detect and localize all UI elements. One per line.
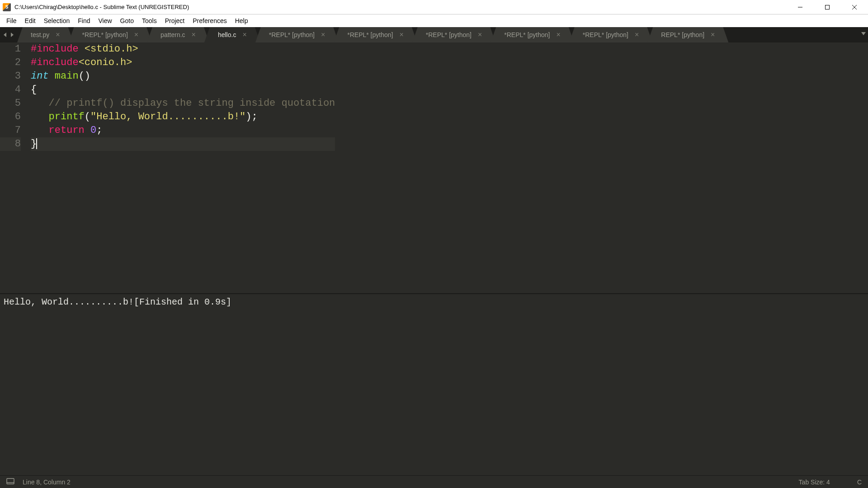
menubar: FileEditSelectionFindViewGotoToolsProjec…	[0, 14, 868, 27]
code-line[interactable]: return 0;	[31, 124, 335, 137]
menu-tools[interactable]: Tools	[138, 16, 160, 26]
close-icon[interactable]: ×	[399, 31, 403, 38]
tab-label: *REPL* [python]	[504, 31, 550, 38]
line-number: 5	[0, 97, 21, 110]
titlebar-left: S C:\Users\Chirag\Desktop\hello.c - Subl…	[3, 3, 189, 11]
line-number: 4	[0, 83, 21, 97]
maximize-button[interactable]	[814, 0, 841, 14]
svg-rect-7	[7, 479, 14, 484]
code-area[interactable]: #include <stdio.h>#include<conio.h>int m…	[27, 42, 335, 151]
window-controls	[787, 0, 868, 14]
close-icon[interactable]: ×	[192, 31, 196, 38]
tab-label: *REPL* [python]	[583, 31, 628, 38]
status-bar: Line 8, Column 2 Tab Size: 4 C	[0, 475, 868, 488]
menu-edit[interactable]: Edit	[21, 16, 39, 26]
text-cursor	[36, 138, 37, 149]
tab-3[interactable]: hello.c×	[204, 27, 260, 42]
tab-label: *REPL* [python]	[269, 31, 315, 38]
tab-7[interactable]: *REPL* [python]×	[491, 27, 574, 42]
close-icon[interactable]: ×	[321, 31, 325, 38]
code-line[interactable]: #include <stdio.h>	[31, 42, 335, 56]
close-button[interactable]	[841, 0, 868, 14]
tab-nav-right-icon[interactable]	[7, 27, 17, 42]
svg-marker-6	[861, 32, 866, 35]
line-number: 3	[0, 70, 21, 83]
status-tab-size[interactable]: Tab Size: 4	[799, 479, 830, 486]
close-icon[interactable]: ×	[56, 31, 60, 38]
menu-goto[interactable]: Goto	[117, 16, 137, 26]
menu-find[interactable]: Find	[74, 16, 94, 26]
code-line[interactable]: {	[31, 83, 335, 97]
tab-bar: test.py×*REPL* [python]×pattern.c×hello.…	[0, 27, 868, 42]
svg-marker-5	[11, 33, 14, 37]
build-output[interactable]: Hello, World..........b![Finished in 0.9…	[0, 293, 868, 475]
menu-file[interactable]: File	[3, 16, 20, 26]
panel-switcher-icon[interactable]	[6, 478, 14, 486]
close-icon[interactable]: ×	[134, 31, 138, 38]
line-number: 8	[0, 137, 21, 151]
window-title: C:\Users\Chirag\Desktop\hello.c - Sublim…	[14, 4, 189, 10]
close-icon[interactable]: ×	[556, 31, 560, 38]
close-icon[interactable]: ×	[635, 31, 639, 38]
tab-9[interactable]: REPL* [python]×	[647, 27, 728, 42]
tab-label: *REPL* [python]	[426, 31, 472, 38]
line-number: 7	[0, 124, 21, 137]
status-position[interactable]: Line 8, Column 2	[23, 479, 71, 486]
tab-5[interactable]: *REPL* [python]×	[334, 27, 417, 42]
svg-marker-4	[4, 33, 6, 37]
tab-label: *REPL* [python]	[82, 31, 128, 38]
gutter: 12345678	[0, 42, 27, 151]
line-number: 6	[0, 110, 21, 124]
titlebar: S C:\Users\Chirag\Desktop\hello.c - Subl…	[0, 0, 868, 14]
tab-dropdown-icon[interactable]	[861, 30, 866, 38]
tab-4[interactable]: *REPL* [python]×	[255, 27, 339, 42]
tab-label: REPL* [python]	[661, 31, 704, 38]
tab-label: test.py	[31, 31, 49, 38]
line-number: 1	[0, 42, 21, 56]
menu-view[interactable]: View	[95, 16, 116, 26]
svg-rect-1	[826, 5, 830, 9]
app-icon: S	[3, 3, 11, 11]
tab-label: hello.c	[218, 31, 236, 38]
code-line[interactable]: int main()	[31, 70, 335, 83]
tab-8[interactable]: *REPL* [python]×	[569, 27, 653, 42]
menu-preferences[interactable]: Preferences	[189, 16, 230, 26]
close-icon[interactable]: ×	[711, 31, 715, 38]
code-line[interactable]: // printf() displays the string inside q…	[31, 97, 335, 110]
status-syntax[interactable]: C	[857, 479, 862, 486]
tab-6[interactable]: *REPL* [python]×	[412, 27, 496, 42]
menu-help[interactable]: Help	[231, 16, 252, 26]
tab-2[interactable]: pattern.c×	[147, 27, 209, 42]
code-line[interactable]: printf("Hello, World..........b!");	[31, 110, 335, 124]
tab-label: pattern.c	[160, 31, 185, 38]
tab-0[interactable]: test.py×	[17, 27, 74, 42]
menu-selection[interactable]: Selection	[40, 16, 74, 26]
code-line[interactable]: #include<conio.h>	[31, 56, 335, 70]
output-text: Hello, World..........b![Finished in 0.9…	[4, 297, 231, 307]
code-line[interactable]: }	[31, 137, 335, 151]
close-icon[interactable]: ×	[242, 31, 246, 38]
line-number: 2	[0, 56, 21, 70]
editor-wrap: 12345678 #include <stdio.h>#include<coni…	[0, 42, 868, 475]
editor-empty[interactable]	[0, 151, 868, 293]
tab-1[interactable]: *REPL* [python]×	[69, 27, 152, 42]
editor[interactable]: 12345678 #include <stdio.h>#include<coni…	[0, 42, 868, 151]
close-icon[interactable]: ×	[478, 31, 482, 38]
menu-project[interactable]: Project	[161, 16, 189, 26]
tab-label: *REPL* [python]	[347, 31, 393, 38]
minimize-button[interactable]	[787, 0, 814, 14]
